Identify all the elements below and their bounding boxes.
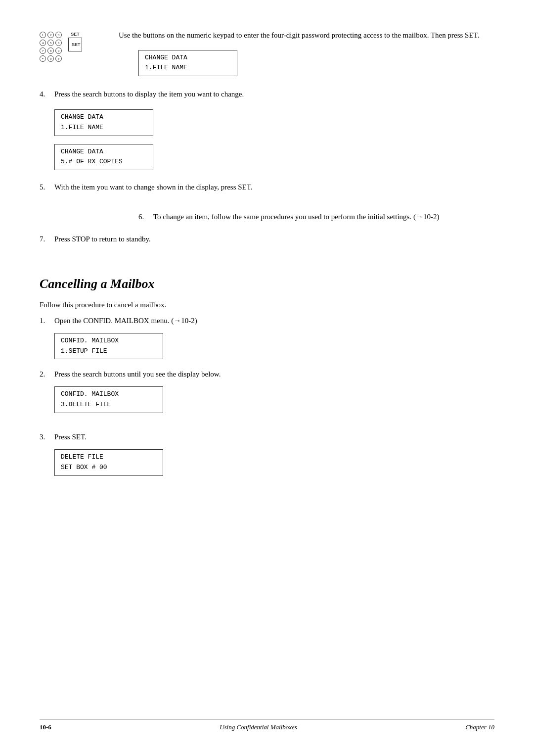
cancel-step-2-block: Press the search buttons until you see t…	[54, 370, 221, 417]
key-star: *	[40, 55, 46, 62]
cancel-step-3-icon-col: SET SET	[0, 433, 40, 454]
step-4-heading: 4. Press the search buttons to display t…	[40, 90, 494, 98]
step-5-heading: 5. With the item you want to change show…	[40, 183, 494, 191]
step-7-row: 7. Press STOP to return to standby.	[40, 235, 494, 262]
footer-chapter: Chapter 10	[465, 723, 494, 731]
cancel-step-2-num: 2.	[40, 370, 54, 378]
cancel-step-1-row: 1. Open the CONFID. MAILBOX menu. (→10-2…	[40, 317, 494, 364]
cancel-step-1-content: Open the CONFID. MAILBOX menu. (→10-2) C…	[54, 317, 197, 364]
cancel-step-1-heading: 1. Open the CONFID. MAILBOX menu. (→10-2…	[40, 317, 494, 364]
cancel-display-box-3: DELETE FILE SET BOX # 00	[54, 449, 163, 476]
key-2: 2	[47, 32, 54, 38]
display1-line2: 1.FILE NAME	[145, 63, 231, 73]
footer-page-number: 10-6	[40, 723, 51, 731]
step-6-content: 6. To change an item, follow the same pr…	[138, 213, 494, 228]
cancel-step-2-icon-col: ^ v	[0, 370, 40, 382]
intro-text: Use the buttons on the numeric keypad to…	[119, 30, 494, 80]
step-6-num: 6.	[138, 213, 153, 221]
step-5-num: 5.	[40, 183, 54, 191]
section-heading: Cancelling a Mailbox	[40, 277, 494, 291]
cancel-step-2-heading: 2. Press the search buttons until you se…	[40, 370, 494, 417]
set-label-intro: SET	[71, 32, 80, 37]
cancel-step-1-num: 1.	[40, 317, 54, 325]
step-5-content: 5. With the item you want to change show…	[40, 183, 494, 198]
key-6: 6	[55, 40, 62, 46]
cancel-display-box-1: CONFID. MAILBOX 1.SETUP FILE	[54, 333, 163, 360]
step-5-icon-col: SET SET	[0, 183, 40, 204]
cancel-step-3-row: SET SET 3. Press SET. DELETE FILE SET BO…	[40, 433, 494, 487]
cancel-step-2-content: 2. Press the search buttons until you se…	[40, 370, 494, 424]
cancel-step-1-text: Open the CONFID. MAILBOX menu. (→10-2)	[54, 317, 197, 325]
cancel-display2-line1: CONFID. MAILBOX	[61, 389, 157, 400]
cancel-display3-line2: SET BOX # 00	[61, 463, 157, 473]
step-7-num: 7.	[40, 235, 54, 243]
step-4-row: ^ v 4. Press the search buttons to displ…	[40, 90, 494, 174]
cancel-display3-line1: DELETE FILE	[61, 452, 157, 463]
cancel-display1-line2: 1.SETUP FILE	[61, 346, 157, 357]
display3-line2: 5.# OF RX COPIES	[61, 157, 147, 167]
key-3: 3	[55, 32, 62, 38]
key-0: 0	[47, 55, 54, 62]
key-9: 9	[55, 47, 62, 54]
display2-line1: CHANGE DATA	[61, 112, 147, 123]
key-5: 5	[47, 40, 54, 46]
step-4-icon-col: ^ v	[0, 90, 40, 102]
display1-line1: CHANGE DATA	[145, 53, 231, 63]
display2-line2: 1.FILE NAME	[61, 123, 147, 133]
intro-paragraph: Use the buttons on the numeric keypad to…	[119, 30, 494, 41]
cancel-step-3-text: Press SET.	[54, 433, 87, 441]
cancel-step-3-block: Press SET. DELETE FILE SET BOX # 00	[54, 433, 163, 480]
set-button-intro[interactable]: SET	[68, 38, 82, 51]
display3-line1: CHANGE DATA	[61, 147, 147, 157]
step-4-text: Press the search buttons to display the …	[54, 90, 244, 98]
footer: 10-6 Using Confidential Mailboxes Chapte…	[40, 719, 494, 731]
step-7-content: 7. Press STOP to return to standby.	[40, 235, 494, 250]
cancel-step-3-content: 3. Press SET. DELETE FILE SET BOX # 00	[40, 433, 494, 487]
step-5-text: With the item you want to change shown i…	[54, 183, 253, 191]
cancel-display2-line2: 3.DELETE FILE	[61, 400, 157, 410]
keypad-icon: 1 2 3 4 5 6 7 8 9 * 0 #	[40, 32, 62, 62]
step-6-row: 6. To change an item, follow the same pr…	[138, 213, 494, 228]
display-box-2: CHANGE DATA 1.FILE NAME	[54, 109, 153, 136]
cancel-step-2-text: Press the search buttons until you see t…	[54, 370, 221, 378]
cancel-display-box-2: CONFID. MAILBOX 3.DELETE FILE	[54, 386, 163, 413]
step-7-icon-col	[0, 235, 40, 262]
key-4: 4	[40, 40, 46, 46]
step-7-heading: 7. Press STOP to return to standby.	[40, 235, 494, 243]
intro-row: 1 2 3 4 5 6 7 8 9 * 0 # SET SET	[40, 30, 494, 80]
cancel-step-3-num: 3.	[40, 433, 54, 441]
step-4-content: 4. Press the search buttons to display t…	[40, 90, 494, 174]
step-6-text: To change an item, follow the same proce…	[153, 213, 439, 221]
key-8: 8	[47, 47, 54, 54]
step-4-num: 4.	[40, 90, 54, 98]
display-box-1: CHANGE DATA 1.FILE NAME	[138, 50, 237, 77]
keypad-set-icon-col: 1 2 3 4 5 6 7 8 9 * 0 # SET SET	[40, 30, 119, 62]
cancel-display1-line1: CONFID. MAILBOX	[61, 336, 157, 346]
key-7: 7	[40, 47, 46, 54]
page: 1 2 3 4 5 6 7 8 9 * 0 # SET SET	[0, 0, 534, 756]
footer-chapter-title: Using Confidential Mailboxes	[220, 723, 297, 731]
step-6-heading: 6. To change an item, follow the same pr…	[138, 213, 494, 221]
key-1: 1	[40, 32, 46, 38]
step-5-row: SET SET 5. With the item you want to cha…	[40, 183, 494, 204]
cancel-step-2-row: ^ v 2. Press the search buttons until yo…	[40, 370, 494, 424]
cancel-step-3-heading: 3. Press SET. DELETE FILE SET BOX # 00	[40, 433, 494, 480]
section-intro-text: Follow this procedure to cancel a mailbo…	[40, 299, 494, 311]
step-7-text: Press STOP to return to standby.	[54, 235, 151, 243]
key-hash: #	[55, 55, 62, 62]
display-box-3: CHANGE DATA 5.# OF RX COPIES	[54, 144, 153, 171]
